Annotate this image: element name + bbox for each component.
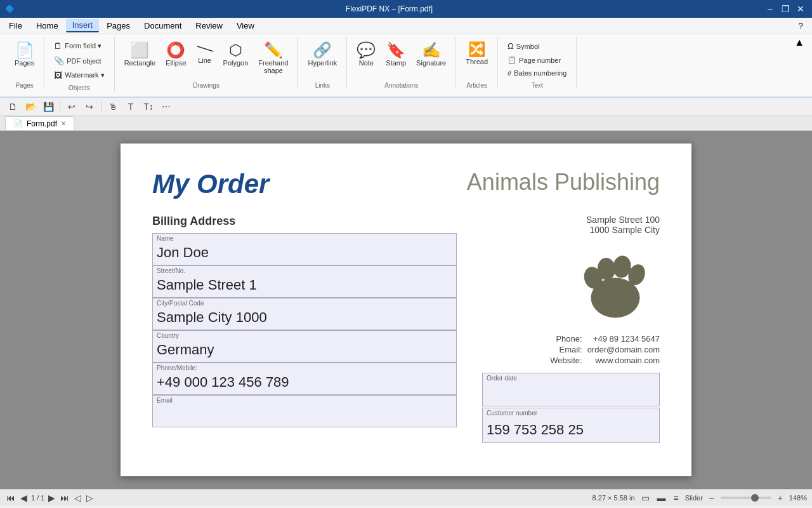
form-field-icon: 🗒	[54, 41, 62, 51]
bates-icon: #	[508, 69, 511, 77]
signature-button[interactable]: ✍️ Signature	[412, 39, 450, 70]
phone-contact-value: +49 89 1234 5647	[587, 334, 660, 344]
zoom-slider-thumb	[751, 494, 759, 502]
tab-label: Form.pdf	[27, 119, 57, 128]
qa-redo-button[interactable]: ↪	[82, 99, 97, 114]
qa-save-button[interactable]: 💾	[41, 99, 56, 114]
ribbon-group-articles: 🔀 Thread Articles	[456, 37, 498, 89]
menu-bar: File Home Insert Pages Document Review V…	[0, 18, 812, 34]
ribbon-group-pages: 📄 Pages Pages	[5, 37, 44, 89]
pdf-object-icon: 📎	[54, 56, 64, 65]
qa-text-button[interactable]: T	[123, 99, 138, 114]
pages-icon: 📄	[15, 43, 34, 58]
country-value: Germany	[153, 339, 456, 362]
view-single-button[interactable]: ▭	[640, 493, 651, 503]
ribbon-label-annotations: Annotations	[384, 79, 418, 89]
ellipse-button[interactable]: ⭕ Ellipse	[161, 39, 190, 70]
customer-number-field[interactable]: Customer number 159 753 258 25	[482, 408, 660, 443]
billing-section: Billing Address Name Jon Doe Street/No. …	[152, 215, 463, 427]
status-bar: ⏮ ◀ 1 / 1 ▶ ⏭ ◁ ▷ 8.27 × 5.58 in ▭ ▬ ≡ S…	[0, 489, 812, 505]
thread-button[interactable]: 🔀 Thread	[461, 39, 492, 69]
company-address: Sample Street 100 1000 Sample City	[586, 215, 660, 235]
bates-numbering-button[interactable]: # Bates numbering	[503, 67, 571, 79]
ribbon-label-articles: Articles	[466, 79, 487, 89]
close-button[interactable]: ✕	[794, 3, 807, 15]
view-double-button[interactable]: ▬	[656, 493, 667, 503]
menu-view[interactable]: View	[230, 20, 261, 32]
pages-button[interactable]: 📄 Pages	[10, 39, 39, 70]
customer-number-value: 159 753 258 25	[483, 418, 659, 442]
menu-help[interactable]: ?	[792, 20, 809, 32]
zoom-slider[interactable]	[721, 497, 771, 499]
qa-undo-button[interactable]: ↩	[64, 99, 79, 114]
app-logo: 🔷	[5, 4, 15, 13]
menu-pages[interactable]: Pages	[100, 20, 136, 32]
slider-label: Slider	[685, 494, 703, 502]
form-fields-container: Name Jon Doe Street/No. Sample Street 1 …	[152, 233, 457, 427]
zoom-in-button[interactable]: +	[776, 493, 784, 503]
rectangle-button[interactable]: ⬜ Rectangle	[120, 39, 160, 70]
name-field[interactable]: Name Jon Doe	[152, 233, 457, 265]
order-date-value	[483, 383, 659, 406]
line-button[interactable]: ╲ Line	[192, 39, 218, 67]
tab-form-pdf[interactable]: 📄 Form.pdf ✕	[5, 116, 74, 130]
website-contact-label: Website:	[550, 356, 582, 365]
minimize-button[interactable]: –	[764, 3, 776, 15]
status-right: 8.27 × 5.58 in ▭ ▬ ≡ Slider – + 148%	[593, 493, 807, 503]
menu-home[interactable]: Home	[30, 20, 65, 32]
hyperlink-button[interactable]: 🔗 Hyperlink	[303, 39, 341, 70]
phone-field[interactable]: Phone/Mobile: +49 000 123 456 789	[152, 363, 457, 395]
freehand-button[interactable]: ✏️ Freehandshape	[254, 39, 292, 77]
note-button[interactable]: 💬 Note	[352, 39, 380, 70]
prev-page-button[interactable]: ◀	[19, 493, 29, 503]
doc-title: My Order	[152, 169, 269, 199]
menu-insert[interactable]: Insert	[66, 19, 100, 32]
country-field[interactable]: Country Germany	[152, 330, 457, 363]
form-field-button[interactable]: 🗒 Name Form field ▾	[49, 39, 106, 53]
first-page-button[interactable]: ⏮	[5, 493, 16, 503]
name-value: Jon Doe	[153, 242, 456, 265]
page-dimensions: 8.27 × 5.58 in	[593, 494, 635, 502]
email-value	[153, 404, 456, 427]
ribbon-label-objects: Objects	[69, 82, 90, 91]
symbol-button[interactable]: Ω Symbol	[503, 39, 544, 53]
qa-textbox-button[interactable]: T↕	[141, 99, 156, 114]
zoom-out-button[interactable]: –	[708, 493, 716, 503]
document-area: My Order Animals Publishing Billing Addr…	[0, 131, 812, 489]
note-icon: 💬	[357, 43, 376, 58]
email-label: Email	[153, 396, 456, 404]
stamp-icon: 🔖	[386, 43, 405, 58]
email-field[interactable]: Email	[152, 395, 457, 427]
page-number-button[interactable]: 📋 Page number	[503, 54, 565, 66]
view-scroll-button[interactable]: ≡	[672, 493, 680, 503]
qa-cursor-button[interactable]: 🖱	[105, 99, 121, 114]
customer-number-label: Customer number	[483, 408, 659, 418]
stamp-button[interactable]: 🔖 Stamp	[381, 39, 410, 70]
ellipse-icon: ⭕	[166, 43, 185, 58]
pdf-object-button[interactable]: 📎 PDF object	[49, 54, 105, 67]
order-fields: Order date Customer number 159 753 258 2…	[482, 373, 660, 443]
watermark-button[interactable]: 🖼 Watermark ▾	[49, 69, 108, 82]
menu-file[interactable]: File	[3, 20, 29, 32]
ribbon-label-text: Text	[532, 79, 543, 89]
ribbon: 📄 Pages Pages 🗒 Name Form field ▾ 📎 PDF …	[0, 34, 812, 98]
city-field[interactable]: City/Postal Code Sample City 1000	[152, 298, 457, 330]
last-page-button[interactable]: ⏭	[59, 493, 70, 503]
next-page-button[interactable]: ▶	[47, 493, 56, 503]
nav-right-button[interactable]: ▷	[85, 493, 95, 503]
watermark-icon: 🖼	[54, 70, 62, 80]
tab-close-button[interactable]: ✕	[61, 120, 66, 127]
qa-more-button[interactable]: ⋯	[159, 99, 174, 114]
order-date-field[interactable]: Order date	[482, 373, 660, 406]
street-field[interactable]: Street/No. Sample Street 1	[152, 265, 457, 298]
ribbon-label-drawings: Drawings	[193, 79, 219, 89]
nav-left-button[interactable]: ◁	[73, 493, 82, 503]
ribbon-collapse-button[interactable]: ▲	[792, 37, 807, 48]
menu-review[interactable]: Review	[189, 20, 229, 32]
qa-open-button[interactable]: 📂	[23, 99, 38, 114]
qa-new-button[interactable]: 🗋	[5, 99, 20, 114]
restore-button[interactable]: ❐	[779, 3, 792, 15]
title-bar-controls: – ❐ ✕	[764, 3, 807, 15]
menu-document[interactable]: Document	[138, 20, 188, 32]
polygon-button[interactable]: ⬡ Polygon	[219, 39, 253, 70]
